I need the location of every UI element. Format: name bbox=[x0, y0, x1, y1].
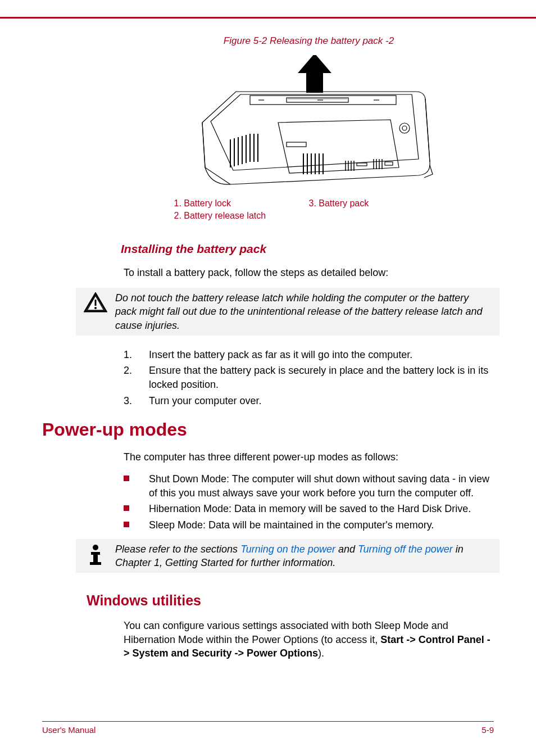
bullet-text: Hibernation Mode: Data in memory will be… bbox=[149, 502, 494, 516]
warning-callout: Do not touch the battery release latch w… bbox=[76, 288, 499, 336]
step-text: Turn your computer over. bbox=[149, 394, 494, 408]
svg-point-37 bbox=[93, 545, 98, 550]
paragraph: To install a battery pack, follow the st… bbox=[124, 266, 494, 279]
bullet-icon bbox=[124, 502, 149, 516]
svg-rect-39 bbox=[93, 552, 98, 563]
link-turning-on-power[interactable]: Turning on the power bbox=[240, 544, 335, 555]
legend-item: 3. Battery pack bbox=[309, 197, 444, 210]
figure-caption: Figure 5-2 Releasing the battery pack -2 bbox=[124, 35, 494, 47]
info-icon bbox=[76, 542, 115, 566]
bullet-text: Sleep Mode: Data will be maintained in t… bbox=[149, 518, 494, 532]
warning-text: Do not touch the battery release latch w… bbox=[115, 291, 495, 332]
svg-marker-0 bbox=[298, 55, 331, 93]
legend-item: 1. Battery lock bbox=[174, 197, 309, 210]
info-text: Please refer to the sections Turning on … bbox=[115, 542, 495, 570]
svg-point-6 bbox=[399, 123, 410, 133]
step-text: Insert the battery pack as far as it wil… bbox=[149, 348, 494, 362]
page-footer: User's Manual 5-9 bbox=[42, 721, 494, 735]
figure-illustration bbox=[177, 55, 441, 193]
paragraph: You can configure various settings assoc… bbox=[124, 619, 494, 660]
heading-installing-battery: Installing the battery pack bbox=[121, 242, 494, 256]
legend-item: 2. Battery release latch bbox=[174, 210, 309, 222]
bullet-icon bbox=[124, 472, 149, 500]
power-modes-list: Shut Down Mode: The computer will shut d… bbox=[124, 472, 494, 532]
paragraph: The computer has three different power-u… bbox=[124, 450, 494, 464]
footer-left: User's Manual bbox=[42, 725, 96, 735]
svg-rect-32 bbox=[385, 162, 393, 165]
heading-power-up-modes: Power-up modes bbox=[42, 419, 494, 440]
link-turning-off-power[interactable]: Turning off the power bbox=[358, 544, 453, 555]
bullet-icon bbox=[124, 518, 149, 532]
footer-page-number: 5-9 bbox=[482, 725, 494, 735]
step-text: Ensure that the battery pack is securely… bbox=[149, 364, 494, 392]
figure-legend: 1. Battery lock 2. Battery release latch… bbox=[174, 197, 444, 223]
step-number: 2. bbox=[124, 364, 149, 392]
warning-icon bbox=[76, 291, 115, 314]
svg-point-7 bbox=[402, 126, 407, 130]
heading-windows-utilities: Windows utilities bbox=[87, 592, 494, 609]
step-number: 3. bbox=[124, 394, 149, 408]
bullet-text: Shut Down Mode: The computer will shut d… bbox=[149, 472, 494, 500]
svg-rect-31 bbox=[357, 163, 367, 166]
svg-point-36 bbox=[94, 307, 97, 309]
step-number: 1. bbox=[124, 348, 149, 362]
svg-rect-40 bbox=[90, 562, 101, 565]
svg-rect-30 bbox=[287, 142, 306, 147]
info-callout: Please refer to the sections Turning on … bbox=[76, 539, 499, 573]
install-steps: 1.Insert the battery pack as far as it w… bbox=[124, 348, 494, 408]
